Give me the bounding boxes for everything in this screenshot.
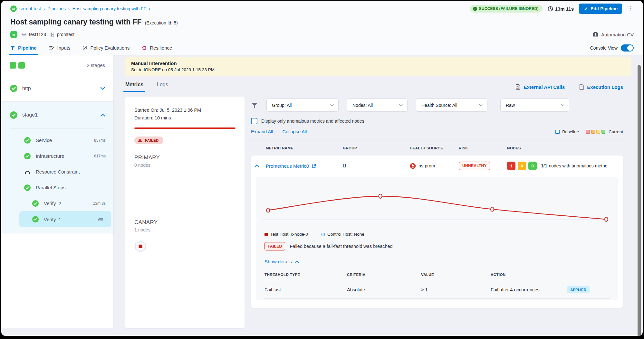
healthy-node-count: 0 — [528, 162, 537, 170]
success-check-icon — [32, 216, 39, 223]
unhealthy-node-count: 1 — [507, 162, 515, 170]
nodes-filter-dropdown[interactable]: Nodes: All — [347, 99, 408, 112]
environment-tag: test1123 — [21, 32, 46, 37]
anomalous-only-checkbox[interactable] — [251, 118, 257, 124]
tab-inputs[interactable]: Inputs — [49, 41, 71, 55]
group-filter-dropdown[interactable]: Group: All — [266, 99, 339, 112]
sidebar-stage-http[interactable]: http — [1, 75, 113, 102]
tab-logs[interactable]: Logs — [157, 82, 168, 92]
canary-node-hexagon[interactable] — [134, 240, 147, 254]
current-swatch-orange — [591, 130, 595, 134]
vertical-scrollbar[interactable] — [638, 65, 641, 336]
canary-node-count: 1 nodes — [134, 227, 235, 232]
anomalous-only-label: Display only anomalous metrics and affec… — [261, 118, 364, 124]
test-host-label: Test Host: c-node-0 — [270, 232, 308, 237]
sidebar-step-resource-constraint[interactable]: Resource Constraint — [1, 164, 113, 180]
metric-analysis-panel: Test Host: c-node-0 Control Host: None F… — [256, 177, 618, 300]
metric-chart-svg[interactable] — [260, 181, 614, 228]
test-host-swatch — [264, 233, 268, 236]
breadcrumb-project[interactable]: srm-hf-test — [19, 6, 41, 11]
stage1-section: stage1 Service 857ms — [1, 102, 113, 233]
tab-metrics[interactable]: Metrics — [125, 82, 143, 92]
threshold-type: Fail fast — [264, 287, 347, 292]
page-header: ∞ srm-hf-test › Pipelines › Host samplin… — [1, 1, 643, 41]
success-check-icon — [10, 111, 18, 119]
shield-check-icon — [82, 45, 87, 51]
console-view-toggle[interactable] — [621, 44, 634, 52]
console-view-label: Console View — [590, 45, 618, 51]
control-host-label: Control Host: None — [327, 232, 364, 237]
metrics-table-header: METRIC NAME GROUP HEALTH SOURCE RISK NOD… — [251, 146, 623, 150]
resilience-icon — [142, 45, 147, 51]
sidebar-stage-stage1[interactable]: stage1 — [1, 102, 113, 128]
metric-card: Prometheus Metric0 f1 hs-prom — [251, 155, 623, 308]
verification-summary-card: Started On: Jul 5, 2023 1:06 PM Duration… — [125, 97, 245, 328]
collapse-metric-chevron-icon[interactable] — [251, 165, 266, 167]
execution-logs-link[interactable]: Execution Logs — [579, 84, 623, 90]
status-badge: ✓ SUCCESS (FAILURE IGNORED) — [470, 5, 543, 13]
threshold-table: THRESHOLD TYPE CRITERIA VALUE ACTION Fai… — [264, 273, 610, 299]
chevron-right-icon: › — [149, 6, 150, 11]
expand-all-link[interactable]: Expand All — [251, 129, 273, 134]
sidebar-step-parallel-steps[interactable]: Parallel Steps — [1, 180, 113, 195]
sidebar-step-verify1[interactable]: Verify_1 9m — [19, 211, 111, 227]
tab-resilience[interactable]: Resilience — [142, 41, 172, 55]
primary-label: PRIMARY — [134, 155, 235, 161]
collapse-all-link[interactable]: Collapse All — [283, 129, 307, 134]
success-check-icon — [24, 153, 31, 160]
external-link-icon — [312, 164, 316, 168]
service-icon: ∞ — [10, 31, 17, 38]
chevron-up-icon[interactable] — [101, 114, 105, 117]
node-count-badges: 1 0 0 1/1nodes with anomalous metric — [507, 162, 623, 170]
started-on: Started On: Jul 5, 2023 1:06 PM — [134, 106, 235, 114]
baseline-swatch — [555, 130, 560, 134]
show-details-link[interactable]: Show details — [264, 259, 614, 264]
control-host-swatch — [322, 233, 325, 236]
success-check-icon — [10, 84, 18, 92]
current-swatch-yellow — [596, 130, 600, 134]
current-user[interactable]: Automation CV — [592, 32, 634, 38]
clock-icon — [548, 6, 553, 12]
threshold-criteria: Absolute — [347, 287, 421, 292]
applied-badge: APPLIED — [567, 286, 590, 293]
external-api-calls-link[interactable]: API External API Calls — [515, 84, 565, 90]
breadcrumb-pipelines[interactable]: Pipelines — [47, 6, 66, 11]
metric-group: f1 — [343, 163, 410, 168]
health-source-filter-dropdown[interactable]: Health Source: All — [416, 99, 487, 112]
edit-pipeline-button[interactable]: Edit Pipeline — [579, 4, 622, 14]
chevron-right-icon: › — [43, 6, 45, 11]
failure-reason: Failed because a fail-fast threshold was… — [290, 244, 392, 249]
success-check-icon — [32, 200, 39, 207]
stage-count: 2 stages — [87, 62, 105, 68]
sidebar-step-verify2[interactable]: Verify_2 13m 3s — [1, 195, 113, 211]
canary-label: CANARY — [134, 219, 235, 226]
chevron-down-icon[interactable] — [101, 87, 105, 90]
verification-duration: Duration: 10 mins — [134, 114, 235, 122]
sidebar-step-infrastructure[interactable]: Infrastructure 617ms — [1, 148, 113, 164]
data-mode-dropdown[interactable]: Raw — [500, 99, 569, 112]
pencil-icon — [583, 6, 588, 11]
prometheus-icon — [410, 163, 416, 169]
filter-funnel-icon[interactable] — [251, 102, 258, 108]
more-options-icon[interactable]: ⋮ — [627, 5, 634, 12]
metric-name-link[interactable]: Prometheus Metric0 — [266, 163, 343, 169]
chevron-down-icon — [561, 104, 564, 106]
host-legend: Test Host: c-node-0 Control Host: None — [264, 232, 614, 237]
stage-status-square — [18, 62, 25, 69]
harness-project-icon: ∞ — [10, 5, 17, 12]
sidebar-step-service[interactable]: Service 857ms — [1, 132, 113, 148]
primary-node-count: 0 nodes — [134, 163, 235, 168]
threshold-row: Fail fast Absolute > 1 Fail after 4 occu… — [264, 281, 610, 299]
stage-summary: 2 stages — [1, 55, 113, 75]
tab-policy-evaluations[interactable]: Policy Evaluations — [82, 41, 130, 55]
execution-id: (Execution Id: 5) — [145, 20, 178, 25]
banner-title: Manual Intervention — [131, 61, 626, 66]
analysis-failed-badge: FAILED — [264, 242, 285, 250]
inputs-icon — [49, 45, 54, 50]
metric-health-source: hs-prom — [410, 163, 459, 169]
warning-triangle-icon — [138, 138, 142, 143]
breadcrumb-pipeline-name[interactable]: Host sampling canary testing with FF — [72, 6, 146, 11]
tab-pipeline[interactable]: Pipeline — [10, 41, 37, 55]
page-title: Host sampling canary testing with FF — [10, 18, 142, 26]
manual-intervention-banner: Manual Intervention Set to IGNORE on 05-… — [125, 57, 631, 76]
